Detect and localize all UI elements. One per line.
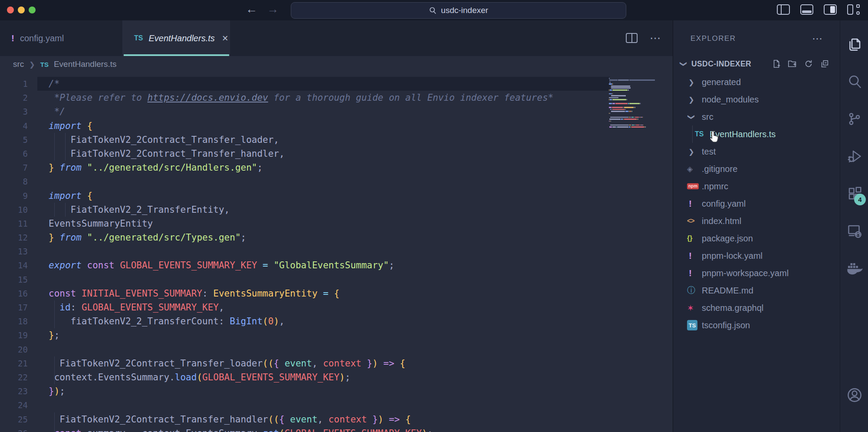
code-line[interactable]: 10 FiatTokenV2_2_TransferEntity, [0, 203, 610, 217]
run-and-debug-icon[interactable] [840, 138, 868, 175]
code-line[interactable]: 1/* [0, 77, 610, 91]
line-number: 11 [0, 217, 28, 231]
explorer-more-actions-icon[interactable]: ⋯ [812, 33, 823, 45]
tree-file-config-yaml[interactable]: !config.yaml [673, 195, 840, 212]
tree-folder-generated[interactable]: ❯generated [673, 73, 840, 91]
tree-file--npmrc[interactable]: npm.npmrc [673, 178, 840, 195]
workspace-root-folder[interactable]: ❯ USDC-INDEXER [673, 54, 840, 73]
indent-guide [65, 203, 66, 217]
close-tab-icon[interactable]: × [222, 32, 228, 44]
graphql-file-icon: ✶ [687, 303, 694, 313]
indent-guide [65, 133, 66, 147]
code-line[interactable]: 24 [0, 398, 610, 412]
new-file-icon[interactable] [772, 59, 781, 69]
tree-folder-node-modules[interactable]: ❯node_modules [673, 91, 840, 108]
code-line[interactable]: 4import { [0, 119, 610, 133]
toggle-primary-sidebar-icon[interactable] [777, 4, 790, 15]
customize-layout-icon[interactable] [847, 4, 861, 15]
line-number: 22 [0, 370, 28, 384]
tab-eventhandlers-ts[interactable]: TS EventHandlers.ts × [123, 20, 230, 56]
code-line[interactable]: 2 *Please refer to https://docs.envio.de… [0, 91, 610, 105]
new-folder-icon[interactable] [788, 59, 797, 69]
source-control-icon[interactable] [840, 100, 868, 138]
window-controls [7, 7, 36, 13]
breadcrumb-folder[interactable]: src [13, 59, 24, 69]
toggle-panel-icon[interactable] [800, 4, 813, 15]
tab-config-yaml[interactable]: ! config.yaml [0, 20, 123, 56]
tree-item-label: config.yaml [702, 199, 746, 209]
html-file-icon: <> [687, 217, 694, 225]
code-line[interactable]: 3 */ [0, 105, 610, 119]
tree-file-pnpm-lock-yaml[interactable]: !pnpm-lock.yaml [673, 247, 840, 264]
git-file-icon: ◈ [687, 165, 693, 174]
zoom-window-button[interactable] [29, 7, 36, 13]
tree-file--gitignore[interactable]: ◈.gitignore [673, 160, 840, 178]
tree-file-readme-md[interactable]: ⓘREADME.md [673, 282, 840, 299]
code-line[interactable]: 11EventsSummaryEntity [0, 217, 610, 231]
tab-label: config.yaml [20, 33, 64, 43]
tree-item-label: pnpm-workspace.yaml [702, 268, 789, 278]
chevron-right-icon: ❯ [687, 78, 696, 86]
remote-explorer-icon[interactable] [840, 212, 868, 250]
tree-file-package-json[interactable]: {}package.json [673, 230, 840, 247]
mouse-cursor-hand [709, 130, 720, 145]
tree-file-eventhandlers-ts[interactable]: TSEventHandlers.ts [673, 125, 840, 143]
minimize-window-button[interactable] [18, 7, 25, 13]
typescript-icon: TS [40, 61, 49, 68]
line-number: 15 [0, 273, 28, 287]
tree-file-tsconfig-json[interactable]: TStsconfig.json [673, 317, 840, 334]
tree-folder-src[interactable]: ❯src [673, 108, 840, 125]
refresh-icon[interactable] [804, 59, 813, 69]
code-line[interactable]: 8 [0, 175, 610, 188]
code-line[interactable]: 17 id: GLOBAL_EVENTS_SUMMARY_KEY, [0, 300, 610, 314]
split-editor-icon[interactable] [626, 33, 638, 43]
search-view-icon[interactable] [840, 63, 868, 100]
code-line[interactable]: 13 [0, 244, 610, 258]
code-line[interactable]: 5 FiatTokenV2_2Contract_Transfer_loader, [0, 133, 610, 147]
code-line[interactable]: 18 fiatTokenV2_2_TransferCount: BigInt(0… [0, 314, 610, 328]
code-line[interactable]: 21 FiatTokenV2_2Contract_Transfer_loader… [0, 356, 610, 370]
toggle-secondary-sidebar-icon[interactable] [824, 4, 837, 15]
code-editor[interactable]: 1/*2 *Please refer to https://docs.envio… [0, 73, 673, 432]
docker-icon[interactable] [840, 250, 868, 287]
code-line[interactable]: 7} from "../generated/src/Handlers.gen"; [0, 161, 610, 175]
code-line[interactable]: 22 context.EventsSummary.load(GLOBAL_EVE… [0, 370, 610, 384]
tree-file-schema-graphql[interactable]: ✶schema.graphql [673, 299, 840, 317]
tree-file-index-html[interactable]: <>index.html [673, 212, 840, 230]
code-line[interactable]: 26 const summary = context.EventsSummary… [0, 426, 610, 432]
code-line[interactable]: 9import { [0, 189, 610, 203]
code-line[interactable]: 14export const GLOBAL_EVENTS_SUMMARY_KEY… [0, 258, 610, 272]
collapse-folders-icon[interactable] [820, 59, 829, 69]
tsconfig-icon: TS [687, 320, 697, 330]
account-icon[interactable] [840, 376, 868, 414]
code-line[interactable]: 19}; [0, 328, 610, 342]
code-line[interactable]: 25 FiatTokenV2_2Contract_Transfer_handle… [0, 412, 610, 426]
command-center-search[interactable]: usdc-indexer [291, 2, 626, 19]
tree-folder-test[interactable]: ❯test [673, 143, 840, 160]
code-line[interactable]: 23}); [0, 384, 610, 398]
tree-item-label: schema.graphql [702, 303, 763, 313]
close-window-button[interactable] [7, 7, 14, 13]
minimap[interactable] [609, 78, 658, 129]
breadcrumb-file[interactable]: EventHandlers.ts [54, 59, 117, 69]
npm-icon: npm [687, 183, 699, 189]
explorer-view-icon[interactable] [840, 26, 868, 63]
extensions-badge: 4 [854, 194, 866, 205]
explorer-title: EXPLORER [690, 34, 736, 43]
more-actions-icon[interactable]: ⋯ [650, 32, 661, 44]
code-line[interactable]: 20 [0, 343, 610, 356]
code-line[interactable]: 6 FiatTokenV2_2Contract_Transfer_handler… [0, 147, 610, 161]
code-line[interactable]: 12} from "../generated/src/Types.gen"; [0, 231, 610, 244]
forward-arrow-icon[interactable]: → [267, 3, 279, 16]
yaml-file-icon: ! [687, 268, 692, 278]
chevron-right-icon: ❯ [29, 60, 35, 69]
back-arrow-icon[interactable]: ← [246, 3, 257, 16]
indent-guide [54, 203, 55, 217]
tree-file-pnpm-workspace-yaml[interactable]: !pnpm-workspace.yaml [673, 264, 840, 282]
code-line[interactable]: 16const INITIAL_EVENTS_SUMMARY: EventsSu… [0, 287, 610, 300]
code-line[interactable]: 15 [0, 273, 610, 287]
line-number: 10 [0, 203, 28, 217]
indent-guide [54, 300, 55, 314]
indent-guide [54, 133, 55, 147]
extensions-view-icon[interactable]: 4 [840, 175, 868, 212]
